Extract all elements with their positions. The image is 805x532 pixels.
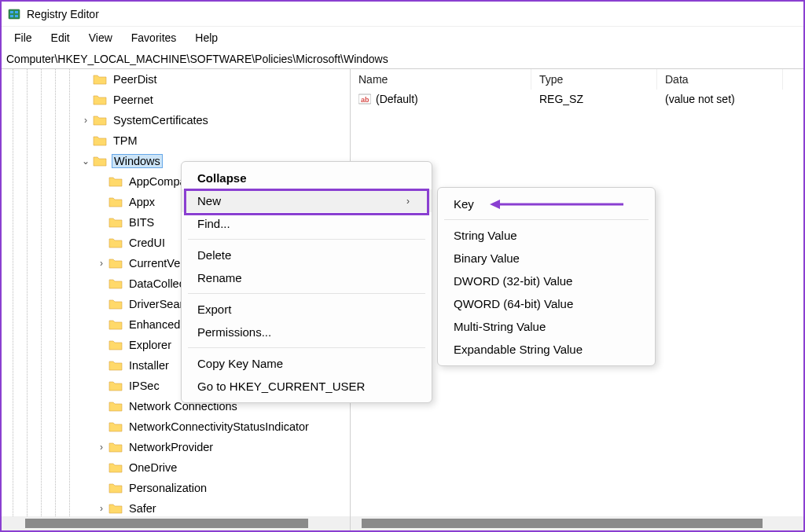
separator [444,219,649,220]
folder-icon [93,135,107,146]
list-header: Name Type Data [351,69,803,90]
tree-item-label: Safer [127,501,158,515]
separator [188,293,425,294]
ctx-new-qword[interactable]: QWORD (64-bit) Value [438,292,655,315]
folder-icon [108,196,123,207]
tree-item-label: TPM [112,134,139,148]
ctx-collapse[interactable]: Collapse [182,167,432,189]
menu-view[interactable]: View [79,28,122,47]
app-icon [8,8,20,20]
folder-icon [108,462,123,473]
folder-icon [108,421,123,432]
tree-item-label: Explorer [127,338,173,352]
chevron-right-icon[interactable]: › [96,258,107,269]
folder-icon [108,339,123,350]
ctx-new-expand[interactable]: Expandable String Value [438,338,655,361]
tree-item[interactable]: OneDrive [2,457,350,478]
ctx-new-multi[interactable]: Multi-String Value [438,315,655,338]
tree-item[interactable]: NetworkConnectivityStatusIndicator [2,416,350,437]
folder-icon [93,74,107,85]
tree-item-label: OneDrive [127,460,178,475]
context-submenu-new: Key String Value Binary Value DWORD (32-… [437,187,656,366]
svg-rect-2 [15,11,18,13]
separator [188,239,425,240]
string-value-icon: ab [358,93,371,105]
col-type[interactable]: Type [531,69,657,90]
ctx-rename[interactable]: Rename [182,266,432,289]
tree-item-label: NetworkConnectivityStatusIndicator [127,420,311,434]
folder-icon [93,156,107,167]
svg-rect-1 [10,11,13,13]
tree-item[interactable]: PeerDist [2,69,350,90]
tree-item[interactable]: Personalization [2,478,350,498]
tree-item-label: PeerDist [112,72,159,86]
tree-item[interactable]: ›Safer [2,498,350,516]
col-name[interactable]: Name [351,69,531,90]
chevron-right-icon[interactable]: › [96,503,107,514]
value-type: REG_SZ [531,93,657,105]
chevron-right-icon[interactable]: › [96,442,107,453]
tree-item-label: NetworkProvider [127,440,215,454]
col-data[interactable]: Data [657,69,783,90]
ctx-goto-hkcu[interactable]: Go to HKEY_CURRENT_USER [182,375,432,398]
chevron-right-icon[interactable]: › [80,115,91,126]
tree-item[interactable]: TPM [2,130,350,151]
value-data: (value not set) [657,93,783,105]
tree-item-label: Peernet [112,93,155,107]
folder-icon [93,94,107,105]
ctx-delete[interactable]: Delete [182,244,432,266]
ctx-new-dword[interactable]: DWORD (32-bit) Value [438,270,655,292]
folder-icon [108,482,123,493]
folder-icon [108,442,123,453]
menu-edit[interactable]: Edit [42,28,79,47]
folder-icon [108,278,123,289]
ctx-new[interactable]: New› [182,189,432,212]
chevron-right-icon: › [406,196,410,207]
folder-icon [108,503,123,514]
tree-item-label: Installer [127,358,171,372]
ctx-new-string[interactable]: String Value [438,224,655,247]
tree-item-label: Appx [127,195,156,209]
window-title: Registry Editor [27,8,99,20]
ctx-permissions[interactable]: Permissions... [182,321,432,343]
ctx-new-key[interactable]: Key [438,193,655,215]
tree-item-label: BITS [127,215,156,229]
context-menu: Collapse New› Find... Delete Rename Expo… [181,161,432,403]
list-horizontal-scrollbar[interactable] [351,516,803,530]
address-bar[interactable]: Computer\HKEY_LOCAL_MACHINE\SOFTWARE\Pol… [2,49,803,69]
folder-icon [108,258,123,269]
title-bar: Registry Editor [2,2,803,27]
folder-icon [108,360,123,371]
folder-icon [108,319,123,330]
tree-item-label: SystemCertificates [112,113,210,127]
menu-bar: File Edit View Favorites Help [2,27,803,49]
menu-favorites[interactable]: Favorites [122,28,186,47]
tree-item[interactable]: ›NetworkProvider [2,437,350,457]
tree-horizontal-scrollbar[interactable] [2,516,350,530]
menu-file[interactable]: File [5,28,42,47]
svg-text:ab: ab [361,96,369,104]
folder-icon [108,299,123,310]
tree-item-label: CredUI [127,236,167,250]
folder-icon [108,401,123,412]
tree-item[interactable]: Peernet [2,90,350,110]
tree-item[interactable]: ›SystemCertificates [2,110,350,130]
svg-rect-0 [9,9,20,19]
svg-rect-4 [15,15,18,17]
ctx-copy-key-name[interactable]: Copy Key Name [182,352,432,375]
ctx-find[interactable]: Find... [182,212,432,235]
tree-item-label: Windows [112,154,163,168]
separator [188,347,425,348]
list-row[interactable]: ab (Default) REG_SZ (value not set) [351,90,803,108]
ctx-export[interactable]: Export [182,298,432,321]
svg-rect-3 [10,15,13,17]
folder-icon [108,237,123,248]
folder-icon [93,115,107,126]
tree-item-label: Personalization [127,481,208,495]
menu-help[interactable]: Help [186,28,227,47]
ctx-new-binary[interactable]: Binary Value [438,247,655,270]
folder-icon [108,380,123,391]
address-path: Computer\HKEY_LOCAL_MACHINE\SOFTWARE\Pol… [6,53,388,65]
value-name: (Default) [376,93,418,105]
chevron-down-icon[interactable]: ⌄ [80,156,91,167]
